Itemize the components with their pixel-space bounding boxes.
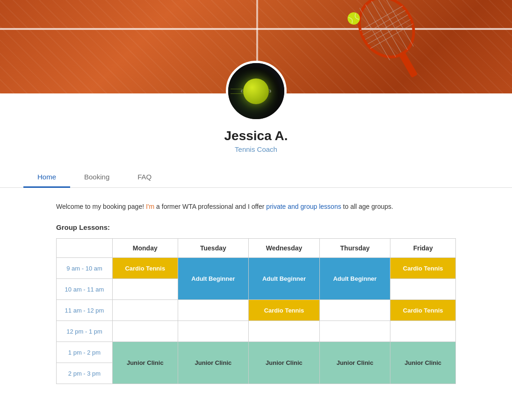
junior-clinic-friday: Junior Clinic — [390, 342, 456, 384]
tab-home[interactable]: Home — [23, 167, 70, 188]
junior-clinic-thursday: Junior Clinic — [319, 342, 390, 384]
table-row: 9 am - 10 am Cardio Tennis Adult Beginne… — [57, 258, 456, 279]
table-header-row: Monday Tuesday Wednesday Thursday Friday — [57, 239, 456, 258]
empty-cell — [390, 321, 456, 342]
junior-clinic-monday: Junior Clinic — [113, 342, 178, 384]
cardio-tennis-cell-fri2: Cardio Tennis — [390, 300, 456, 321]
adult-beginner-thursday: Adult Beginner — [319, 258, 390, 300]
welcome-middle: a former WTA professional and I offer — [156, 203, 266, 210]
empty-cell — [178, 300, 249, 321]
main-content: Welcome to my booking page! I'm a former… — [0, 188, 512, 398]
time-cell: 9 am - 10 am — [57, 258, 113, 279]
col-friday: Friday — [390, 239, 456, 258]
schedule-table: Monday Tuesday Wednesday Thursday Friday… — [56, 238, 456, 384]
empty-cell — [319, 321, 390, 342]
svg-line-10 — [383, 0, 414, 46]
junior-clinic-wednesday: Junior Clinic — [249, 342, 320, 384]
col-wednesday: Wednesday — [249, 239, 320, 258]
empty-cell — [319, 300, 390, 321]
welcome-highlight-blue: private and group lessons — [266, 203, 341, 210]
tab-booking[interactable]: Booking — [70, 167, 123, 188]
welcome-highlight-orange: I'm — [146, 203, 154, 210]
col-tuesday: Tuesday — [178, 239, 249, 258]
tennis-ball — [243, 78, 269, 104]
profile-name: Jessica A. — [0, 128, 512, 143]
time-cell: 10 am - 11 am — [57, 279, 113, 300]
empty-cell — [113, 321, 178, 342]
table-row: 1 pm - 2 pm Junior Clinic Junior Clinic … — [57, 342, 456, 363]
welcome-prefix: Welcome to my booking page! — [56, 203, 144, 210]
welcome-suffix: to all age groups. — [343, 203, 393, 210]
time-cell: 1 pm - 2 pm — [57, 342, 113, 363]
col-thursday: Thursday — [319, 239, 390, 258]
tab-faq[interactable]: FAQ — [123, 167, 166, 188]
empty-cell — [113, 300, 178, 321]
table-row: 11 am - 12 pm Cardio Tennis Cardio Tenni… — [57, 300, 456, 321]
col-time — [57, 239, 113, 258]
avatar-wrapper — [0, 61, 512, 121]
avatar — [226, 61, 287, 121]
profile-info: Jessica A. Tennis Coach — [0, 128, 512, 158]
empty-cell — [390, 279, 456, 300]
empty-cell — [178, 321, 249, 342]
table-row: 12 pm - 1 pm — [57, 321, 456, 342]
adult-beginner-tuesday: Adult Beginner — [178, 258, 249, 300]
col-monday: Monday — [113, 239, 178, 258]
time-cell: 12 pm - 1 pm — [57, 321, 113, 342]
cardio-tennis-cell-fri: Cardio Tennis — [390, 258, 456, 279]
profile-title: Tennis Coach — [0, 145, 512, 153]
nav-tabs: Home Booking FAQ — [0, 167, 512, 188]
adult-beginner-wednesday: Adult Beginner — [249, 258, 320, 300]
time-cell: 2 pm - 3 pm — [57, 363, 113, 384]
avatar-inner — [228, 63, 284, 119]
empty-cell — [249, 321, 320, 342]
time-cell: 11 am - 12 pm — [57, 300, 113, 321]
empty-cell — [113, 279, 178, 300]
junior-clinic-tuesday: Junior Clinic — [178, 342, 249, 384]
cardio-tennis-cell-wed: Cardio Tennis — [249, 300, 320, 321]
group-lessons-title: Group Lessons: — [56, 223, 456, 231]
cardio-tennis-cell: Cardio Tennis — [113, 258, 178, 279]
welcome-text: Welcome to my booking page! I'm a former… — [56, 202, 456, 212]
